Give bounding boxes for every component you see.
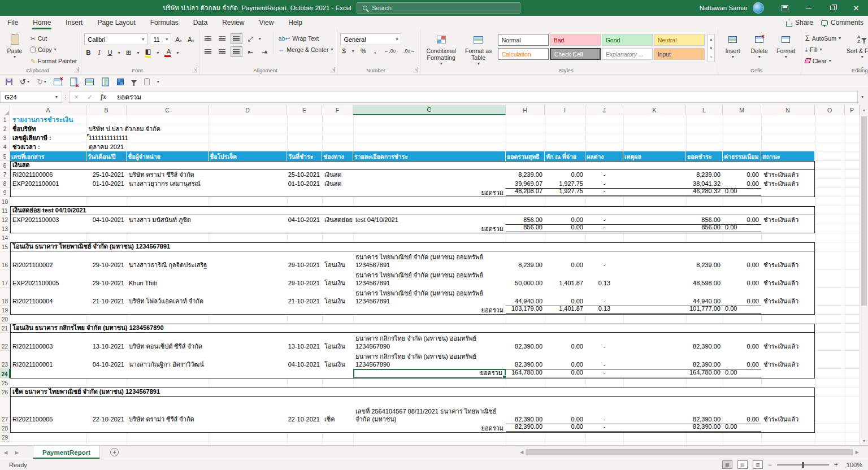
cell-J19[interactable]: 0.13 [585,306,623,315]
row-header-15[interactable]: 15 [0,242,10,251]
style-normal[interactable]: Normal [498,34,549,46]
filter-button[interactable] [131,80,137,84]
cell-I7[interactable]: 0.00 [545,170,585,179]
cell-F22[interactable]: โอนเงิน [322,333,353,351]
cell-I13[interactable]: 0.00 [545,224,585,233]
cell-K19[interactable] [623,306,686,315]
style-bad[interactable]: Bad [550,34,601,46]
cell-J24[interactable]: - [585,369,623,378]
cell-J27[interactable]: - [585,397,623,424]
row-header-14[interactable]: 14 [0,233,10,242]
cell-C22[interactable]: บริษัท คอนเซ็ปต์ ซีรีส์ จำกัด [127,333,209,351]
horizontal-scroll-thumb[interactable] [526,449,853,455]
cell-B3[interactable]: 1111111111111 [86,133,183,142]
cell-L19[interactable]: 101,777.00 [686,306,723,315]
cut-button[interactable]: ✂Cut [29,33,78,43]
cell-C17[interactable]: Khun Thiti [127,269,209,288]
cell-E16[interactable]: 29-10-2021 [287,251,322,269]
row-header-29[interactable]: 29 [0,433,10,442]
decrease-font-icon[interactable]: A˅ [186,36,196,43]
row-header-26[interactable]: 26 [0,388,10,397]
align-right-button[interactable] [231,46,242,57]
cell-A27[interactable]: RI2021100005 [10,397,86,424]
cell-K5[interactable]: เหตุผล [623,151,686,161]
cell-A12[interactable]: EXP2021100003 [10,215,86,224]
cell-M23[interactable]: 0.00 [723,351,761,369]
font-name-select[interactable]: Calibri▾ [84,33,147,45]
expand-formula-bar-icon[interactable]: ▾ [858,91,867,103]
hscroll-right-icon[interactable]: ▶ [856,450,859,455]
row-header-28[interactable]: 28 [0,424,10,433]
cell-A4[interactable]: ช่วงเวลา : [10,142,86,151]
cell-L17[interactable]: 48,598.00 [686,269,723,288]
center-button[interactable] [216,46,228,57]
cell-C8[interactable]: นางสาวยุวากร เสมานุสรณ์ [127,179,209,188]
page-break-view-button[interactable]: ▥ [753,460,763,469]
cell-A6[interactable]: เงินสด [10,161,815,170]
save-button[interactable] [6,79,12,85]
vertical-scroll-thumb[interactable] [861,116,867,306]
cell-H23[interactable]: 82,390.00 [506,351,545,369]
cell-J23[interactable]: - [585,351,623,369]
cell-E12[interactable]: 04-10-2021 [287,215,322,224]
font-color-icon[interactable]: A [163,48,172,57]
cell-B17[interactable]: 29-10-2021 [86,269,127,288]
accounting-format-icon[interactable]: $ [340,47,347,54]
cell-C18[interactable]: บริษัท โฟลว์แอคเคาท์ จำกัด [127,288,209,306]
cell-G19[interactable]: ยอดรวม [353,306,506,315]
cell-C12[interactable]: นางสาว มนัสนันท์ ภูชิด [127,215,209,224]
number-format-select[interactable]: General▾ [340,33,401,45]
row-header-12[interactable]: 12 [0,215,10,224]
cell-N27[interactable]: ชำระเงินแล้ว [761,397,815,424]
cell-L23[interactable]: 82,390.00 [686,351,723,369]
undo-button[interactable]: ↺▾ [20,77,29,86]
column-header-E[interactable]: E [287,105,322,115]
cell-G23[interactable]: ธนาคาร กสิกรไทย จำกัด (มหาชน) ออมทรัพย์ … [353,351,506,369]
autosum-button[interactable]: ΣAutoSum ▾ [804,33,842,43]
row-header-9[interactable]: 9 [0,188,10,197]
cell-N17[interactable]: ชำระเงินแล้ว [761,269,815,288]
share-button[interactable]: Share [786,19,813,27]
tab-file[interactable]: File [0,16,25,29]
insert-function-icon[interactable]: fx [97,93,110,101]
style-check-cell[interactable]: Check Cell [550,48,601,60]
cell-B23[interactable]: 04-10-2021 [86,351,127,369]
row-header-19[interactable]: 19 [0,306,10,315]
cell-H5[interactable]: ยอดรวมสุทธิ [506,151,545,161]
cell-K24[interactable] [623,369,686,378]
bold-button[interactable]: B [84,49,92,56]
cell-L22[interactable]: 82,390.00 [686,333,723,351]
copy-button[interactable]: Copy ▾ [29,45,78,54]
minimize-button[interactable] [797,0,821,16]
row-header-1[interactable]: 1 [0,115,10,124]
middle-align-button[interactable] [216,33,228,44]
align-left-button[interactable] [202,46,214,57]
styles-gallery-scroll[interactable]: ▲ ▼ ≡ [708,34,715,62]
cell-H16[interactable]: 8,239.00 [506,251,545,269]
decrease-indent-button[interactable]: ⇤ [245,46,257,57]
cell-J9[interactable]: - [585,188,623,197]
tab-review[interactable]: Review [215,16,251,29]
cell-A23[interactable]: RI2021100001 [10,351,86,369]
cell-L18[interactable]: 44,940.00 [686,288,723,306]
scroll-down-icon[interactable]: ▼ [860,436,868,445]
cell-H17[interactable]: 50,000.00 [506,269,545,288]
cell-L27[interactable]: 82,390.00 [686,397,723,424]
cell-M17[interactable]: 0.00 [723,269,761,288]
row-header-24[interactable]: 24 [0,369,10,378]
row-header-11[interactable]: 11 [0,206,10,215]
top-align-button[interactable] [202,33,214,44]
borders-icon[interactable]: ⊞ [124,49,133,56]
column-header-B[interactable]: B [86,105,127,115]
style-calculation[interactable]: Calculation [498,48,549,60]
row-header-4[interactable]: 4 [0,142,10,151]
cell-I23[interactable]: 0.00 [545,351,585,369]
cell-A8[interactable]: EXP2021100001 [10,179,86,188]
row-header-20[interactable]: 20 [0,315,10,324]
cell-I18[interactable]: 0.00 [545,288,585,306]
column-header-L[interactable]: L [686,105,723,115]
style-neutral[interactable]: Neutral [654,34,705,46]
cell-N16[interactable]: ชำระเงินแล้ว [761,251,815,269]
cell-E7[interactable]: 25-10-2021 [287,170,322,179]
ribbon-display-options-button[interactable] [773,0,797,16]
